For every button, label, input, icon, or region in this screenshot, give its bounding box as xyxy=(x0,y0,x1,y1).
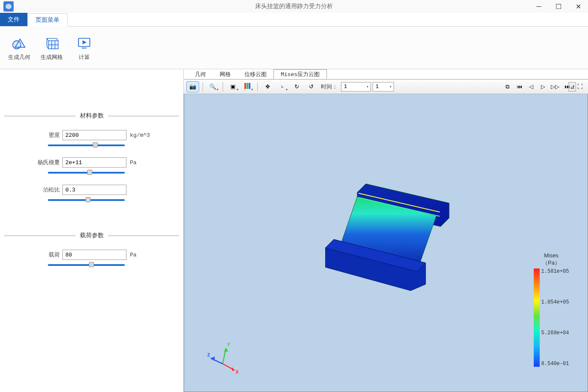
record-button[interactable]: ⧉ xyxy=(502,81,513,92)
density-unit: kg/m^3 xyxy=(130,132,150,139)
tab-displacement[interactable]: 位移云图 xyxy=(238,69,273,79)
camera-icon: 📷 xyxy=(189,83,196,90)
zoom-icon: 🔍 xyxy=(209,83,216,90)
density-label: 密度 xyxy=(34,131,60,139)
rotate-cw-icon: ↻ xyxy=(294,83,299,90)
first-frame-button[interactable]: ⏮ xyxy=(514,81,525,92)
snapshot-button[interactable]: 📷 xyxy=(186,81,199,92)
app-logo-icon xyxy=(3,1,14,12)
skip-forward-icon: ⏭ xyxy=(564,83,570,90)
3d-viewport[interactable]: X Y Z Mises （Pa） 1.581e+05 1.054e+05 5.2… xyxy=(184,94,588,392)
legend-tick: 5.269e+04 xyxy=(541,330,569,336)
play-button[interactable]: ▷ xyxy=(538,81,549,92)
section-header-load: 载荷参数 xyxy=(0,232,183,239)
record-icon: ⧉ xyxy=(506,83,509,90)
pan-button[interactable]: ✥ xyxy=(261,81,274,92)
mesh-icon xyxy=(43,35,60,52)
play-icon: ▷ xyxy=(541,83,545,90)
svg-text:Y: Y xyxy=(227,342,230,347)
legend-bar xyxy=(534,268,540,367)
title-bar: 床头挂篮的通用静力受力分析 ─ ☐ ✕ xyxy=(0,0,588,13)
last-frame-button[interactable]: ⏭ xyxy=(562,81,573,92)
prev-frame-button[interactable]: ◁ xyxy=(526,81,537,92)
poisson-input[interactable] xyxy=(62,185,126,195)
ribbon-toolbar: 生成几何 生成网格 计算 xyxy=(0,27,588,69)
youngs-label: 杨氏模量 xyxy=(34,159,60,166)
tab-page-menu[interactable]: 页面菜单 xyxy=(27,13,68,27)
load-unit: Pa xyxy=(130,252,137,258)
section-header-material: 材料参数 xyxy=(0,112,183,120)
time-combo[interactable]: 1 xyxy=(341,82,371,91)
fullscreen-icon: ⛶ xyxy=(577,83,583,90)
poisson-label: 泊松比 xyxy=(34,186,60,194)
rotate-ccw-icon: ↺ xyxy=(309,83,314,90)
color-legend: Mises （Pa） 1.581e+05 1.054e+05 5.269e+04… xyxy=(532,252,570,367)
step-forward-icon: ▷▷ xyxy=(551,83,559,90)
svg-marker-3 xyxy=(82,40,87,44)
rotate-cw-button[interactable]: ↻ xyxy=(290,81,303,92)
tab-file[interactable]: 文件 xyxy=(0,13,27,26)
youngs-slider[interactable] xyxy=(48,172,125,174)
generate-mesh-label: 生成网格 xyxy=(41,53,63,61)
window-title: 床头挂篮的通用静力受力分析 xyxy=(255,3,333,10)
load-label: 载荷 xyxy=(34,251,60,259)
tab-mises[interactable]: Mises应力云图 xyxy=(273,69,327,79)
rainbow-icon xyxy=(244,82,251,91)
rainbow-button[interactable]: ▾ xyxy=(241,81,254,92)
minimize-button[interactable]: ─ xyxy=(529,0,549,13)
maximize-button[interactable]: ☐ xyxy=(549,0,568,13)
load-slider[interactable] xyxy=(48,264,125,266)
density-slider[interactable] xyxy=(48,144,125,146)
pan-icon: ✥ xyxy=(265,83,270,90)
svg-text:Z: Z xyxy=(207,352,210,357)
compute-icon xyxy=(76,35,93,52)
view-tabs: 几何 网格 位移云图 Mises应力云图 xyxy=(184,69,588,80)
skip-back-icon: ⏮ xyxy=(517,83,522,90)
geometry-icon xyxy=(11,35,28,52)
density-input[interactable] xyxy=(62,130,126,140)
generate-mesh-button[interactable]: 生成网格 xyxy=(37,29,67,67)
view-toolbar: 📷 🔍▾ ▣▾ ▾ ✥ ↳▾ ↻ ↺ 时间： 1 ⊿ 1 ⧉ ⏮ ◁ xyxy=(184,80,588,94)
svg-rect-5 xyxy=(244,83,246,89)
compute-button[interactable]: 计算 xyxy=(69,29,99,67)
tab-mesh[interactable]: 网格 xyxy=(213,69,238,79)
compute-label: 计算 xyxy=(79,53,90,61)
svg-text:X: X xyxy=(235,369,239,374)
legend-unit: （Pa） xyxy=(542,259,560,266)
poisson-slider[interactable] xyxy=(48,199,125,201)
axis-triad: X Y Z xyxy=(206,340,240,374)
legend-tick: 1.581e+05 xyxy=(541,268,569,274)
svg-rect-7 xyxy=(249,83,250,89)
youngs-input[interactable] xyxy=(62,157,126,168)
generate-geometry-label: 生成几何 xyxy=(8,53,30,61)
load-input[interactable] xyxy=(62,250,126,260)
zoom-button[interactable]: 🔍▾ xyxy=(206,81,219,92)
fullscreen-button[interactable]: ⛶ xyxy=(573,81,586,92)
legend-tick: 1.054e+05 xyxy=(541,299,569,305)
time-label: 时间： xyxy=(321,83,338,91)
generate-geometry-button[interactable]: 生成几何 xyxy=(4,29,34,67)
frame-combo[interactable]: 1 xyxy=(373,82,394,91)
rotate-ccw-button[interactable]: ↺ xyxy=(305,81,318,92)
youngs-unit: Pa xyxy=(130,159,137,166)
axis-button[interactable]: ↳▾ xyxy=(276,81,288,92)
legend-title: Mises xyxy=(544,252,559,259)
legend-tick: 8.540e-01 xyxy=(541,361,569,367)
tab-geometry[interactable]: 几何 xyxy=(188,69,213,79)
svg-rect-6 xyxy=(247,83,248,89)
selection-icon: ▣ xyxy=(230,83,235,90)
close-button[interactable]: ✕ xyxy=(568,0,588,13)
axis-icon: ↳ xyxy=(280,84,284,89)
selection-button[interactable]: ▣▾ xyxy=(226,81,239,92)
model-render xyxy=(325,180,458,299)
ribbon-tabs: 文件 页面菜单 xyxy=(0,13,588,27)
parameter-sidebar: 材料参数 密度 kg/m^3 杨氏模量 Pa 泊松比 载荷参数 载荷 Pa xyxy=(0,69,184,392)
next-frame-button[interactable]: ▷▷ xyxy=(550,81,561,92)
svg-marker-15 xyxy=(224,348,228,352)
viewport-area: 几何 网格 位移云图 Mises应力云图 📷 🔍▾ ▣▾ ▾ ✥ ↳▾ ↻ ↺ … xyxy=(184,69,588,392)
step-back-icon: ◁ xyxy=(529,83,533,90)
